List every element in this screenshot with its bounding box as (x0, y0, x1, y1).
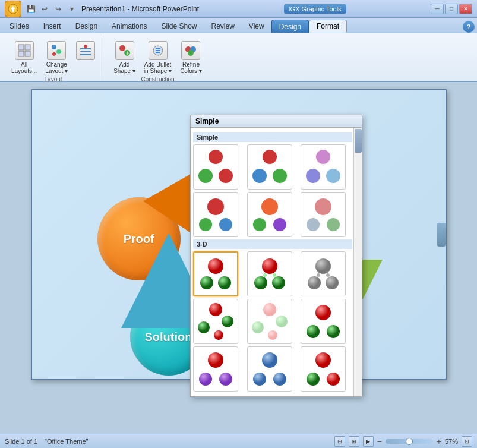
ribbon-tabs: Slides Insert Design Animations Slide Sh… (0, 18, 477, 33)
change-layout-icon (47, 41, 66, 60)
minimize-button[interactable]: ─ (431, 4, 444, 14)
zoom-slider[interactable] (386, 439, 433, 444)
slideshow-view-btn[interactable]: ▶ (363, 436, 374, 447)
3d-style-8[interactable] (247, 346, 292, 392)
svg-point-65 (315, 305, 331, 320)
svg-point-26 (209, 150, 223, 164)
zoom-minus-btn[interactable]: − (377, 437, 382, 446)
slide-scroll-handle[interactable] (437, 223, 446, 247)
refine-colors-label: Refine (182, 61, 200, 68)
simple-style-2[interactable] (247, 144, 292, 190)
svg-point-59 (222, 316, 233, 327)
3d-style-2[interactable] (247, 251, 292, 296)
add-shape-btn[interactable]: + Add Shape ▾ (110, 39, 138, 76)
3d-section-label: 3-D (193, 239, 352, 249)
add-bullet-btn[interactable]: Add Bullet in Shape ▾ (141, 39, 175, 76)
style-panel-title: Simple (195, 117, 219, 125)
svg-point-63 (276, 316, 288, 327)
svg-point-42 (307, 218, 320, 231)
style-panel-scrollbar[interactable] (353, 128, 362, 396)
svg-rect-1 (18, 45, 24, 50)
all-layouts-icon (15, 41, 34, 60)
theme-info: "Office Theme" (45, 438, 88, 445)
svg-point-27 (198, 169, 213, 183)
simple-style-3[interactable] (301, 144, 346, 190)
normal-view-btn[interactable]: ⊟ (334, 436, 345, 447)
refine-colors-icon (181, 41, 200, 60)
svg-point-37 (219, 218, 232, 231)
3d-style-1[interactable] (193, 251, 238, 296)
circle-proof[interactable]: Proof (97, 197, 181, 280)
simple-style-1[interactable] (193, 144, 238, 190)
title-bar-left: 💾 ↩ ↪ ▾ Presentation1 - Microsoft PowerP… (5, 1, 199, 17)
help-button[interactable]: ? (463, 21, 475, 33)
3d-style-4[interactable] (193, 299, 238, 344)
3d-style-5[interactable] (247, 299, 292, 344)
svg-point-51 (273, 273, 276, 277)
save-quick-btn[interactable]: 💾 (25, 3, 37, 15)
add-bullet-label: Add Bullet (144, 61, 172, 68)
svg-point-43 (327, 218, 340, 231)
svg-point-21 (188, 50, 194, 56)
svg-rect-10 (80, 54, 91, 55)
window-controls: ─ □ ✕ (431, 4, 472, 14)
tab-slides[interactable]: Slides (2, 20, 36, 33)
svg-rect-3 (18, 51, 24, 56)
simple-style-5[interactable] (247, 192, 292, 237)
svg-point-49 (272, 276, 285, 289)
construction-group: + Add Shape ▾ Add Bullet in Shape ▾ (106, 36, 210, 81)
svg-point-74 (315, 352, 331, 368)
3d-style-9[interactable] (301, 346, 346, 392)
svg-point-54 (326, 276, 339, 289)
slide-sorter-btn[interactable]: ⊞ (349, 436, 359, 447)
svg-point-45 (200, 276, 213, 289)
tab-slideshow[interactable]: Slide Show (154, 20, 204, 33)
svg-point-32 (316, 150, 330, 164)
redo-quick-btn[interactable]: ↪ (52, 3, 64, 15)
undo-quick-btn[interactable]: ↩ (39, 3, 50, 15)
layout-extra-btn[interactable] (73, 39, 98, 63)
3d-style-6[interactable] (301, 299, 346, 344)
maximize-button[interactable]: □ (445, 4, 458, 14)
svg-point-57 (209, 303, 222, 316)
tab-animations[interactable]: Animations (105, 20, 154, 33)
svg-point-69 (199, 373, 212, 386)
zoom-level: 57% (445, 438, 458, 445)
fit-slide-btn[interactable]: ⊡ (462, 436, 472, 447)
simple-style-6[interactable] (301, 192, 346, 237)
svg-point-35 (207, 198, 224, 215)
quick-access-toolbar: 💾 ↩ ↪ ▾ (25, 3, 78, 15)
circle-proof-label: Proof (123, 232, 154, 246)
tab-format[interactable]: Format (309, 20, 347, 33)
3d-style-7[interactable] (193, 346, 238, 392)
add-shape-icon: + (115, 41, 134, 60)
close-button[interactable]: ✕ (459, 4, 472, 14)
more-quick-btn[interactable]: ▾ (66, 3, 78, 15)
igx-badge: IGX Graphic Tools (284, 4, 346, 14)
style-panel: Simple Simple (190, 115, 362, 397)
svg-rect-4 (25, 51, 30, 56)
tab-igx-design[interactable]: Design (271, 20, 309, 33)
tab-insert[interactable]: Insert (36, 20, 68, 33)
office-button[interactable] (5, 1, 21, 17)
refine-colors-btn[interactable]: Refine Colors ▾ (177, 39, 205, 76)
svg-point-68 (208, 352, 223, 368)
all-layouts-btn[interactable]: All Layouts... (8, 39, 40, 76)
3d-style-3[interactable] (301, 251, 346, 296)
tab-review[interactable]: Review (204, 20, 241, 33)
style-panel-body: Simple (191, 128, 362, 396)
simple-style-4[interactable] (193, 192, 238, 237)
tab-design[interactable]: Design (68, 20, 105, 33)
slide-info: Slide 1 of 1 (5, 438, 37, 445)
status-right: ⊟ ⊞ ▶ − + 57% ⊡ (334, 436, 472, 447)
tab-view[interactable]: View (242, 20, 271, 33)
svg-point-30 (252, 169, 267, 183)
simple-section-label: Simple (193, 132, 352, 142)
change-layout-btn[interactable]: Change Layout ▾ (42, 39, 71, 76)
style-panel-scroll-thumb (355, 129, 362, 153)
svg-point-44 (208, 258, 223, 274)
svg-point-41 (315, 198, 331, 215)
zoom-plus-btn[interactable]: + (437, 437, 441, 446)
svg-point-55 (317, 273, 320, 277)
svg-point-64 (268, 330, 277, 340)
